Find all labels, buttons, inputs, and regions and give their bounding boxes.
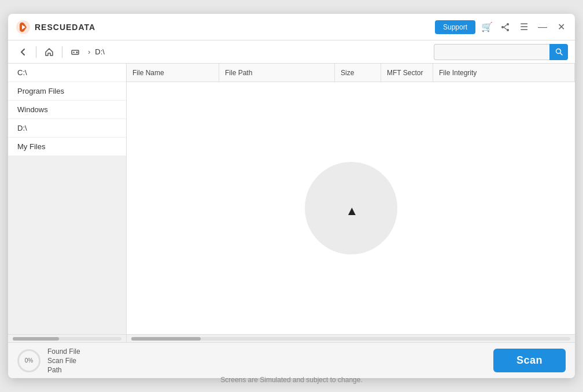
panels-row: C:\Program FilesWindowsD:\My Files File … — [8, 64, 575, 334]
toolbar-divider-1 — [36, 46, 36, 58]
menu-icon[interactable]: ☰ — [517, 20, 531, 34]
title-bar-actions: Support 🛒 ☰ — ✕ — [435, 20, 568, 34]
search-input[interactable] — [434, 44, 549, 60]
left-scroll-track[interactable] — [13, 337, 121, 341]
scrollbars-row — [8, 334, 575, 342]
scan-button[interactable]: Scan — [493, 349, 566, 372]
drive-button[interactable] — [67, 44, 83, 60]
status-line-2: Scan File — [47, 357, 80, 365]
home-icon — [45, 47, 54, 57]
status-line-3: Path — [47, 366, 80, 374]
svg-point-1 — [501, 26, 504, 28]
app-window: RESCUEDATA Support 🛒 ☰ — ✕ › D:\ — [8, 14, 575, 378]
svg-line-5 — [504, 27, 507, 29]
col-header-filename: File Name — [127, 64, 219, 82]
breadcrumb: D:\ — [95, 47, 105, 56]
search-button[interactable] — [549, 44, 568, 60]
svg-point-9 — [556, 49, 560, 54]
svg-point-7 — [76, 51, 78, 53]
toolbar-divider-2 — [62, 46, 62, 58]
col-header-filepath: File Path — [219, 64, 335, 82]
col-header-size: Size — [335, 64, 381, 82]
right-scroll-track[interactable] — [131, 337, 570, 341]
tree-item[interactable]: My Files — [8, 138, 126, 156]
path-separator: › — [88, 47, 90, 56]
search-icon — [555, 48, 563, 56]
back-button[interactable] — [15, 44, 31, 60]
toolbar: › D:\ — [8, 40, 575, 64]
search-area — [434, 44, 568, 60]
tree-item[interactable]: C:\ — [8, 64, 126, 82]
svg-line-10 — [560, 53, 562, 55]
logo-area: RESCUEDATA — [15, 19, 435, 35]
col-header-integrity: File Integrity — [433, 64, 575, 82]
right-scrollbar[interactable] — [127, 335, 575, 342]
drive-icon — [71, 47, 80, 57]
right-panel: File Name File Path Size MFT Sector File… — [127, 64, 575, 334]
loading-spinner: ▲ — [305, 162, 397, 254]
status-line-1: Found File — [47, 347, 80, 356]
table-header: File Name File Path Size MFT Sector File… — [127, 64, 575, 82]
col-header-mft: MFT Sector — [381, 64, 433, 82]
minimize-icon[interactable]: — — [536, 20, 549, 34]
svg-point-3 — [507, 29, 509, 31]
status-bar: 0% Found File Scan File Path Scan — [8, 342, 575, 378]
table-body: ▲ — [127, 82, 575, 334]
left-panel: C:\Program FilesWindowsD:\My Files — [8, 64, 127, 156]
logo-icon — [15, 19, 31, 35]
close-icon[interactable]: ✕ — [554, 20, 568, 34]
progress-circle: 0% — [17, 349, 40, 372]
main-area: C:\Program FilesWindowsD:\My Files File … — [8, 64, 575, 342]
status-text: Found File Scan File Path — [47, 347, 80, 374]
app-title: RESCUEDATA — [35, 23, 95, 32]
tree-item[interactable]: Program Files — [8, 82, 126, 101]
home-button[interactable] — [41, 44, 57, 60]
cursor-icon: ▲ — [346, 204, 359, 219]
back-icon — [19, 47, 28, 57]
share-icon[interactable] — [499, 20, 512, 34]
left-panel-wrapper: C:\Program FilesWindowsD:\My Files — [8, 64, 127, 334]
title-bar: RESCUEDATA Support 🛒 ☰ — ✕ — [8, 14, 575, 40]
left-scrollbar[interactable] — [8, 335, 127, 342]
tree-item[interactable]: Windows — [8, 101, 126, 119]
tree-item[interactable]: D:\ — [8, 119, 126, 138]
svg-point-2 — [507, 23, 509, 25]
progress-percent: 0% — [25, 357, 33, 364]
svg-line-4 — [504, 25, 507, 27]
cart-icon[interactable]: 🛒 — [480, 20, 494, 34]
footer: Screens are Simulated and subject to cha… — [0, 376, 583, 384]
support-button[interactable]: Support — [435, 20, 475, 34]
